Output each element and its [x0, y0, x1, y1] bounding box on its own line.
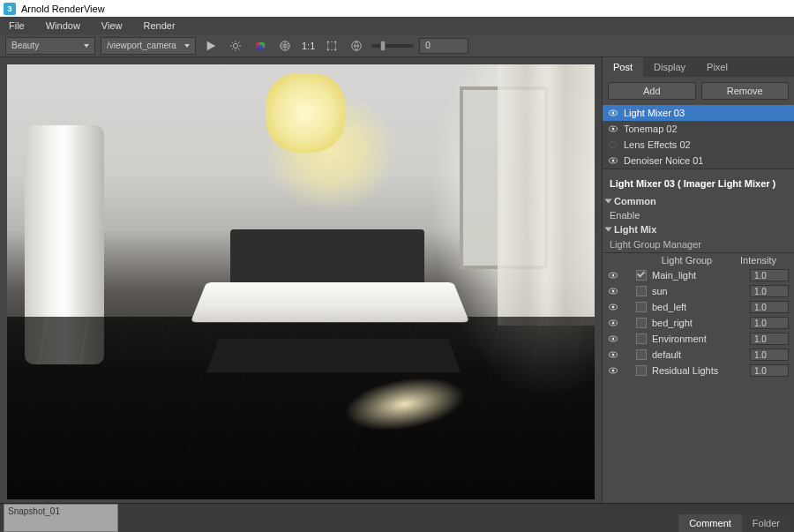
visibility-icon[interactable]	[608, 302, 618, 312]
imager-item[interactable]: Lens Effects 02	[603, 137, 794, 153]
menu-window[interactable]: Window	[46, 20, 80, 31]
light-group-name: sun	[650, 286, 746, 296]
svg-point-36	[612, 338, 615, 341]
visibility-icon[interactable]	[608, 333, 618, 344]
light-group-intensity[interactable]: 1.0	[750, 269, 789, 281]
visibility-icon[interactable]	[608, 349, 618, 360]
svg-rect-16	[335, 41, 337, 42]
globe-icon[interactable]	[275, 36, 295, 56]
visibility-icon[interactable]	[608, 270, 618, 281]
svg-point-34	[612, 322, 615, 325]
visibility-icon[interactable]	[608, 365, 618, 376]
app-icon: 3	[4, 3, 16, 15]
tab-pixel[interactable]: Pixel	[696, 57, 738, 77]
light-group-manager-button[interactable]: Light Group Manager	[603, 236, 794, 252]
light-group-row[interactable]: bed_left1.0	[603, 299, 794, 315]
bottom-tabs: Comment Folder	[675, 504, 794, 532]
camera-dropdown[interactable]: /viewport_camera	[101, 37, 196, 55]
add-button[interactable]: Add	[608, 82, 696, 100]
right-panel: Post Display Pixel Add Remove Light Mixe…	[602, 57, 794, 503]
light-group-header: Light Group Intensity	[603, 252, 794, 267]
svg-point-24	[610, 142, 618, 147]
light-group-row[interactable]: Environment1.0	[603, 331, 794, 347]
svg-line-9	[238, 41, 239, 42]
light-group-rows: Main_light1.0sun1.0bed_left1.0bed_right1…	[603, 267, 794, 378]
imager-label: Lens Effects 02	[624, 139, 691, 150]
exposure-slider[interactable]	[371, 44, 414, 48]
light-group-name: bed_right	[650, 318, 746, 328]
light-group-checkbox[interactable]	[636, 349, 647, 360]
slider-thumb[interactable]	[380, 41, 386, 51]
svg-line-8	[232, 49, 233, 49]
light-group-intensity[interactable]: 1.0	[750, 348, 789, 361]
enable-property[interactable]: Enable	[603, 208, 794, 222]
light-group-row[interactable]: sun1.0	[603, 283, 794, 299]
disclosure-icon	[605, 228, 612, 232]
crop-icon[interactable]	[322, 36, 341, 56]
light-group-checkbox[interactable]	[636, 286, 647, 296]
aperture-icon[interactable]	[347, 36, 366, 56]
visibility-icon[interactable]	[608, 139, 618, 150]
light-group-row[interactable]: Residual Lights1.0	[603, 363, 794, 378]
window-title: Arnold RenderView	[21, 4, 105, 14]
scale-ratio[interactable]: 1:1	[300, 41, 317, 51]
light-group-intensity[interactable]: 1.0	[750, 364, 789, 377]
imager-title: Light Mixer 03 ( Imager Light Mixer )	[603, 169, 794, 194]
rgb-icon[interactable]	[251, 36, 270, 56]
tab-comment[interactable]: Comment	[678, 514, 742, 532]
toolbar: Beauty /viewport_camera 1:1 0	[0, 34, 794, 57]
render-button[interactable]	[201, 36, 221, 56]
light-group-row[interactable]: bed_right1.0	[603, 315, 794, 331]
imager-item[interactable]: Tonemap 02	[603, 121, 794, 137]
exposure-value[interactable]: 0	[419, 38, 468, 54]
light-group-checkbox[interactable]	[636, 318, 647, 328]
imager-list: Light Mixer 03Tonemap 02Lens Effects 02D…	[603, 105, 794, 169]
section-common-label: Common	[614, 196, 656, 206]
visibility-icon[interactable]	[608, 124, 618, 134]
light-group-checkbox[interactable]	[636, 302, 647, 312]
light-group-row[interactable]: default1.0	[603, 347, 794, 363]
tab-folder[interactable]: Folder	[742, 514, 790, 532]
visibility-icon[interactable]	[608, 318, 618, 328]
remove-button[interactable]: Remove	[701, 82, 790, 100]
visibility-icon[interactable]	[608, 155, 618, 166]
light-group-intensity[interactable]: 1.0	[750, 333, 789, 345]
svg-line-7	[238, 49, 239, 49]
imager-label: Denoiser Noice 01	[624, 155, 704, 166]
section-common[interactable]: Common	[603, 194, 794, 208]
svg-point-40	[612, 370, 615, 372]
visibility-icon[interactable]	[608, 286, 618, 296]
imager-item[interactable]: Denoiser Noice 01	[603, 153, 794, 169]
titlebar: 3 Arnold RenderView	[0, 0, 794, 17]
section-lightmix[interactable]: Light Mix	[603, 222, 794, 236]
visibility-icon[interactable]	[608, 108, 618, 118]
tab-display[interactable]: Display	[643, 57, 696, 77]
aov-dropdown[interactable]: Beauty	[5, 37, 95, 55]
render-viewport[interactable]	[7, 64, 595, 499]
svg-point-26	[612, 160, 615, 162]
bottombar: Snapshot_01 Comment Folder	[0, 503, 794, 532]
light-group-name: Residual Lights	[650, 365, 746, 376]
aov-dropdown-label: Beauty	[11, 41, 39, 50]
tab-post[interactable]: Post	[603, 57, 643, 77]
light-group-checkbox[interactable]	[636, 333, 647, 344]
svg-point-28	[612, 274, 615, 277]
light-group-intensity[interactable]: 1.0	[750, 317, 789, 329]
snapshot-thumbnail[interactable]: Snapshot_01	[4, 504, 118, 532]
light-group-checkbox[interactable]	[636, 270, 647, 281]
light-group-intensity[interactable]: 1.0	[750, 301, 789, 313]
light-group-name: Main_light	[650, 270, 746, 281]
imager-item[interactable]: Light Mixer 03	[603, 105, 794, 121]
menu-render[interactable]: Render	[144, 20, 176, 31]
chevron-down-icon	[184, 44, 190, 48]
light-group-intensity[interactable]: 1.0	[750, 285, 789, 297]
svg-rect-17	[327, 49, 329, 50]
disclosure-icon	[605, 199, 612, 204]
sun-icon[interactable]	[226, 36, 245, 56]
render-image	[7, 64, 595, 499]
menu-file[interactable]: File	[9, 20, 25, 31]
light-group-row[interactable]: Main_light1.0	[603, 267, 794, 283]
svg-marker-0	[207, 41, 216, 50]
light-group-checkbox[interactable]	[636, 365, 647, 376]
menu-view[interactable]: View	[101, 20, 123, 31]
